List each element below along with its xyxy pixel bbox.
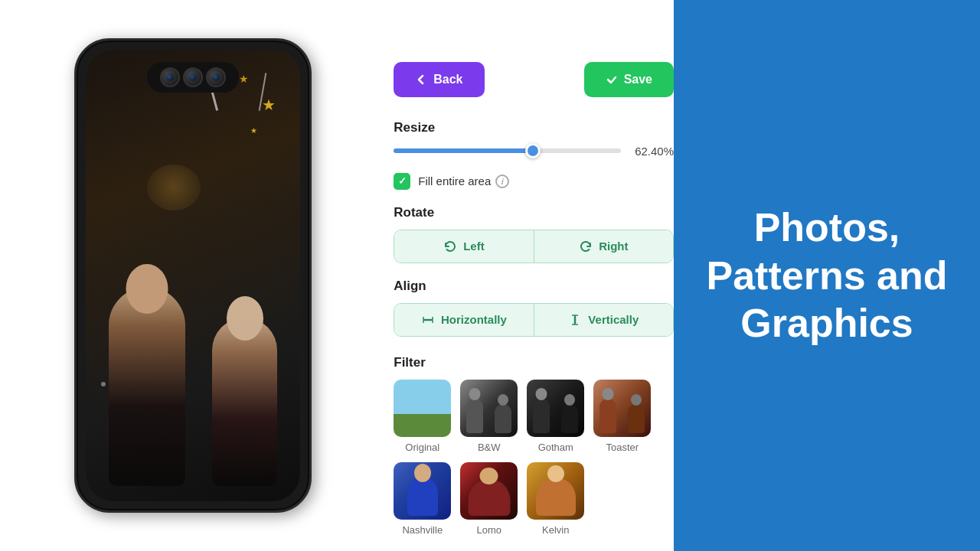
controls-panel: Back Save Resize 62.40% ✓ Fill entire ar… xyxy=(394,16,674,536)
camera-lens-3 xyxy=(206,67,226,87)
rotate-label: Rotate xyxy=(394,205,674,220)
filter-thumb-gotham xyxy=(527,380,584,437)
camera-lens-1 xyxy=(160,67,180,87)
nashville-person xyxy=(407,478,438,516)
rotate-button-group: Left Right xyxy=(394,230,674,263)
svg-point-9 xyxy=(574,321,577,323)
filter-thumb-nashville xyxy=(394,462,451,520)
rotate-right-button[interactable]: Right xyxy=(534,230,673,262)
rotate-left-icon xyxy=(443,240,457,253)
girl-silhouette-right xyxy=(212,318,277,486)
star-deco-3: ★ xyxy=(250,126,257,135)
star-deco-2: ★ xyxy=(239,73,249,85)
align-horizontal-button[interactable]: Horizontally xyxy=(394,304,534,336)
camera-area xyxy=(147,62,239,93)
resize-label: Resize xyxy=(394,120,674,135)
star-deco-1: ★ xyxy=(262,96,276,114)
filter-thumb-kelvin xyxy=(527,462,584,520)
rotate-right-label: Right xyxy=(599,240,628,253)
fill-label: Fill entire area i xyxy=(418,174,509,188)
align-button-group: Horizontally Vertically xyxy=(394,303,674,337)
filter-item-kelvin[interactable]: Kelvin xyxy=(527,462,584,536)
align-horizontal-label: Horizontally xyxy=(441,313,507,326)
fill-label-text: Fill entire area xyxy=(418,174,491,187)
align-vertical-label: Vertically xyxy=(588,313,639,326)
promo-panel: Photos, Patterns and Graphics xyxy=(674,0,980,551)
save-icon xyxy=(606,73,618,86)
save-label: Save xyxy=(624,73,652,86)
filter-name-kelvin: Kelvin xyxy=(542,524,569,536)
svg-point-1 xyxy=(425,318,427,321)
light-orb xyxy=(147,165,201,210)
save-button[interactable]: Save xyxy=(584,62,674,97)
align-horizontal-icon xyxy=(421,313,435,327)
filter-name-original: Original xyxy=(405,442,439,453)
filter-item-gotham[interactable]: Gotham xyxy=(527,380,584,453)
promo-title: Photos, Patterns and Graphics xyxy=(704,204,949,347)
action-buttons: Back Save xyxy=(394,62,674,97)
back-button[interactable]: Back xyxy=(394,62,484,97)
rotate-section: Rotate Left Right xyxy=(394,205,674,263)
svg-point-7 xyxy=(574,316,577,318)
left-panel: ★ ★ ★ ✦ xyxy=(0,0,674,551)
align-vertical-button[interactable]: Vertically xyxy=(534,304,673,336)
side-button-top xyxy=(309,140,312,194)
rotate-left-button[interactable]: Left xyxy=(394,230,534,262)
back-icon xyxy=(415,73,427,86)
lomo-person xyxy=(468,479,510,516)
side-button-mid xyxy=(309,209,312,247)
rotate-right-icon xyxy=(579,240,593,253)
svg-point-8 xyxy=(574,318,577,321)
filter-section: Filter Original B&W xyxy=(394,355,674,536)
phone-preview: ★ ★ ★ ✦ xyxy=(38,15,348,536)
dot-deco xyxy=(101,382,106,386)
info-icon[interactable]: i xyxy=(495,174,509,188)
phone-screen: ★ ★ ★ ✦ xyxy=(86,50,300,501)
filter-thumb-original xyxy=(394,380,451,437)
filter-item-original[interactable]: Original xyxy=(394,380,451,453)
rotate-left-label: Left xyxy=(463,240,485,253)
filter-name-bw: B&W xyxy=(478,442,501,453)
side-button-left xyxy=(74,163,77,232)
resize-value: 62.40% xyxy=(632,145,674,158)
filter-name-gotham: Gotham xyxy=(538,442,573,453)
filter-name-lomo: Lomo xyxy=(476,524,501,536)
kelvin-person xyxy=(536,478,576,516)
fill-area-row: ✓ Fill entire area i xyxy=(394,173,674,190)
filter-item-nashville[interactable]: Nashville xyxy=(394,462,451,536)
filter-item-lomo[interactable]: Lomo xyxy=(460,462,518,536)
phone-body: ★ ★ ★ ✦ xyxy=(74,38,312,513)
bw-person-a xyxy=(466,399,483,433)
filter-item-bw[interactable]: B&W xyxy=(460,380,518,453)
align-vertical-icon xyxy=(568,313,582,327)
svg-point-2 xyxy=(427,318,430,321)
gotham-person-b xyxy=(561,404,578,433)
back-label: Back xyxy=(433,73,462,86)
filter-name-toaster: Toaster xyxy=(606,442,639,453)
align-section: Align Horizontally Vertically xyxy=(394,279,674,337)
filter-name-nashville: Nashville xyxy=(402,524,443,536)
filter-label: Filter xyxy=(394,355,674,370)
filter-grid: Original B&W Gotham xyxy=(394,380,674,536)
resize-slider[interactable] xyxy=(394,148,621,153)
toaster-person-b xyxy=(628,404,645,433)
align-label: Align xyxy=(394,279,674,294)
bw-person-b xyxy=(495,404,511,433)
filter-thumb-toaster xyxy=(593,380,651,437)
svg-point-3 xyxy=(430,318,432,321)
filter-item-toaster[interactable]: Toaster xyxy=(593,380,651,453)
filter-thumb-lomo xyxy=(460,462,518,520)
phone-photo: ★ ★ ★ ✦ xyxy=(86,50,300,501)
camera-lens-2 xyxy=(183,67,203,87)
resize-section: Resize 62.40% xyxy=(394,120,674,158)
fill-checkbox[interactable]: ✓ xyxy=(394,173,410,190)
resize-slider-row: 62.40% xyxy=(394,145,674,158)
gotham-person-a xyxy=(533,399,550,433)
girl-silhouette-left xyxy=(109,287,185,486)
toaster-person-a xyxy=(599,399,616,433)
filter-thumb-bw xyxy=(460,380,518,437)
